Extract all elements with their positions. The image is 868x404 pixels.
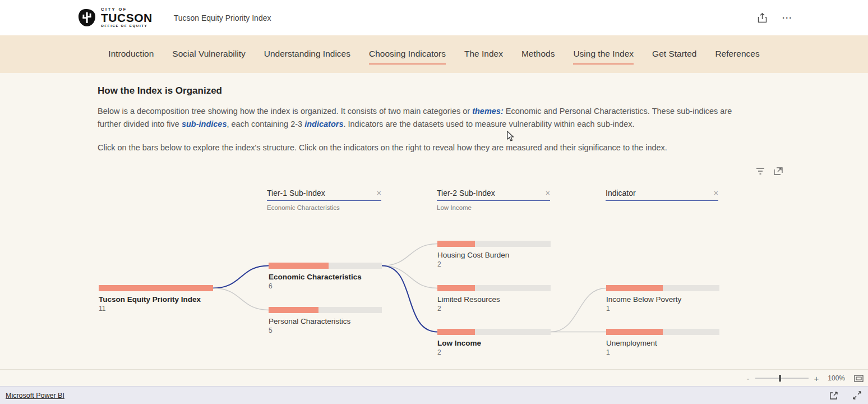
tree-node-root[interactable]: Tucson Equity Priority Index 11 xyxy=(99,285,213,313)
tucson-logo-icon xyxy=(77,8,97,27)
node-bar-fill xyxy=(437,241,475,247)
fullscreen-icon[interactable] xyxy=(853,391,861,400)
nav-item-the-index[interactable]: The Index xyxy=(464,49,503,65)
zoom-out-button[interactable]: - xyxy=(747,374,750,383)
node-value: 1 xyxy=(606,348,719,356)
node-value: 11 xyxy=(99,305,213,313)
column-label: Indicator xyxy=(606,189,636,198)
zoom-strip: - + 100% xyxy=(0,369,868,386)
page-title: How the Index is Organized xyxy=(98,85,751,97)
node-label: Personal Characteristics xyxy=(269,317,382,325)
nav-item-get-started[interactable]: Get Started xyxy=(652,49,696,65)
more-options-icon[interactable]: ⋯ xyxy=(782,11,793,24)
nav-item-references[interactable]: References xyxy=(715,49,759,65)
nav-item-choosing-indicators[interactable]: Choosing Indicators xyxy=(369,49,446,65)
app-header: CITY OF TUCSON OFFICE OF EQUITY Tucson E… xyxy=(0,0,868,35)
sub-indices-link[interactable]: sub-indices xyxy=(182,120,227,128)
node-bar-fill xyxy=(99,285,213,291)
share-icon[interactable] xyxy=(758,13,767,23)
node-bar[interactable] xyxy=(437,285,551,291)
node-label: Economic Characteristics xyxy=(269,273,382,281)
column-tier2-subindex: Tier-2 Sub-Index × Low Income xyxy=(437,189,550,212)
node-bar-fill xyxy=(269,307,318,313)
logo-name: TUCSON xyxy=(101,12,153,24)
share-icon[interactable] xyxy=(829,391,838,400)
close-icon[interactable]: × xyxy=(546,189,550,197)
column-selected-value xyxy=(606,204,718,212)
column-indicator: Indicator × xyxy=(606,189,718,212)
node-bar[interactable] xyxy=(606,329,719,335)
node-bar-fill xyxy=(606,329,663,335)
node-bar[interactable] xyxy=(606,285,719,291)
intro-paragraph: Below is a decomposition tree showing ho… xyxy=(98,105,751,131)
nav-item-using-the-index[interactable]: Using the Index xyxy=(573,49,634,65)
node-bar[interactable] xyxy=(437,329,551,335)
node-bar[interactable] xyxy=(269,307,382,313)
zoom-slider-handle[interactable] xyxy=(779,375,781,382)
tucson-logo: CITY OF TUCSON OFFICE OF EQUITY xyxy=(77,7,153,27)
node-bar-fill xyxy=(437,329,475,335)
column-selected-value: Economic Characteristics xyxy=(267,204,381,212)
close-icon[interactable]: × xyxy=(377,189,381,197)
column-label: Tier-1 Sub-Index xyxy=(267,189,325,198)
node-bar[interactable] xyxy=(437,241,551,247)
zoom-slider-track xyxy=(755,378,809,379)
report-canvas: How the Index is Organized Below is a de… xyxy=(0,73,868,369)
column-tier1-subindex: Tier-1 Sub-Index × Economic Characterist… xyxy=(267,189,381,212)
column-selected-value: Low Income xyxy=(437,204,550,212)
close-icon[interactable]: × xyxy=(714,189,718,197)
node-bar-fill xyxy=(437,285,475,291)
node-label: Income Below Poverty xyxy=(606,295,719,304)
node-label: Housing Cost Burden xyxy=(437,251,551,259)
node-bar-fill xyxy=(606,285,663,291)
nav-item-understanding-indices[interactable]: Understanding Indices xyxy=(264,49,350,65)
instruction-paragraph: Click on the bars below to explore the i… xyxy=(98,141,751,154)
powerbi-footer: Microsoft Power BI xyxy=(0,386,868,404)
node-value: 6 xyxy=(269,282,382,290)
node-value: 2 xyxy=(437,305,551,313)
microsoft-powerbi-link[interactable]: Microsoft Power BI xyxy=(6,392,64,400)
node-value: 2 xyxy=(437,348,551,356)
tree-node-housing-cost-burden[interactable]: Housing Cost Burden 2 xyxy=(437,241,551,268)
tree-node-limited-resources[interactable]: Limited Resources 2 xyxy=(437,285,551,313)
node-value: 1 xyxy=(606,305,719,313)
tree-node-economic-characteristics[interactable]: Economic Characteristics 6 xyxy=(269,263,382,290)
filter-icon[interactable] xyxy=(756,167,765,175)
nav-item-methods[interactable]: Methods xyxy=(521,49,555,65)
tree-node-unemployment[interactable]: Unemployment 1 xyxy=(606,329,719,356)
zoom-in-button[interactable]: + xyxy=(814,374,819,383)
node-label: Tucson Equity Priority Index xyxy=(99,295,213,304)
node-value: 2 xyxy=(437,260,551,268)
indicators-link[interactable]: indicators xyxy=(304,120,343,128)
nav-item-social-vulnerability[interactable]: Social Vulnerability xyxy=(172,49,245,65)
section-nav: Introduction Social Vulnerability Unders… xyxy=(0,35,868,73)
zoom-level: 100% xyxy=(828,374,845,382)
nav-item-introduction[interactable]: Introduction xyxy=(108,49,154,65)
node-value: 5 xyxy=(269,327,382,334)
tree-node-low-income[interactable]: Low Income 2 xyxy=(437,329,551,356)
column-label: Tier-2 Sub-Index xyxy=(437,189,495,198)
logo-office: OFFICE OF EQUITY xyxy=(101,24,153,28)
node-bar[interactable] xyxy=(269,263,382,269)
node-bar[interactable] xyxy=(99,285,213,291)
zoom-slider[interactable] xyxy=(755,375,809,382)
tree-node-income-below-poverty[interactable]: Income Below Poverty 1 xyxy=(606,285,719,313)
node-bar-fill xyxy=(269,263,329,269)
themes-link[interactable]: themes: xyxy=(472,107,504,116)
report-title: Tucson Equity Priority Index xyxy=(174,13,271,22)
focus-mode-icon[interactable] xyxy=(774,167,783,175)
node-label: Low Income xyxy=(437,339,551,347)
fit-to-page-icon[interactable] xyxy=(854,375,864,382)
tree-node-personal-characteristics[interactable]: Personal Characteristics 5 xyxy=(269,307,382,334)
node-label: Unemployment xyxy=(606,339,719,347)
node-label: Limited Resources xyxy=(437,295,551,304)
